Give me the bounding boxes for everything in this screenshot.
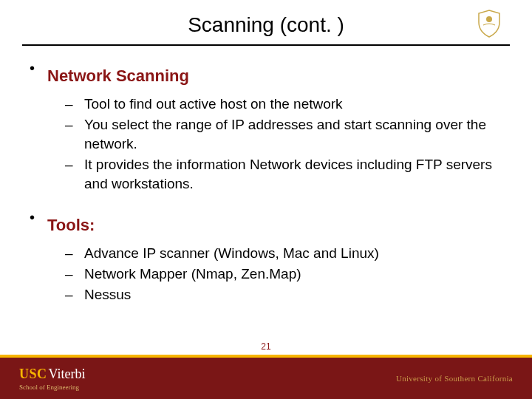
section-heading: Network Scanning — [47, 66, 189, 86]
list-item-text: It provides the information Network devi… — [84, 155, 502, 194]
page-number: 21 — [261, 341, 270, 352]
section-heading: Tools: — [47, 216, 95, 235]
usc-shield-icon — [476, 9, 502, 41]
list-item: – Tool to find out active host on the ne… — [65, 95, 502, 114]
list-item: – Advance IP scanner (Windows, Mac and L… — [65, 244, 502, 263]
dash-icon: – — [65, 285, 77, 304]
dash-icon: – — [65, 95, 77, 114]
list-item-text: You select the range of IP addresses and… — [84, 115, 502, 154]
list-item: – It provides the information Network de… — [65, 155, 502, 194]
university-name: University of Southern California — [396, 374, 513, 383]
list-item-text: Advance IP scanner (Windows, Mac and Lin… — [84, 244, 379, 263]
viterbi-wordmark: Viterbi — [49, 366, 86, 382]
list-item: – Network Mapper (Nmap, Zen.Map) — [65, 265, 502, 284]
svg-point-0 — [486, 16, 492, 22]
footer-bar: USC Viterbi School of Engineering Univer… — [0, 358, 532, 399]
sub-list: – Advance IP scanner (Windows, Mac and L… — [65, 244, 502, 304]
bullet-icon: • — [30, 207, 40, 228]
slide-title: Scanning (cont. ) — [188, 13, 344, 37]
section-bullet: • Network Scanning — [30, 58, 502, 92]
list-item-text: Network Mapper (Nmap, Zen.Map) — [84, 265, 301, 284]
slide-content: • Network Scanning – Tool to find out ac… — [0, 46, 532, 304]
dash-icon: – — [65, 265, 77, 284]
list-item: – You select the range of IP addresses a… — [65, 115, 502, 154]
usc-wordmark: USC — [19, 366, 47, 382]
dash-icon: – — [65, 244, 77, 263]
section-bullet: • Tools: — [30, 207, 502, 241]
dash-icon: – — [65, 155, 77, 174]
list-item-text: Tool to find out active host on the netw… — [84, 95, 343, 114]
bullet-icon: • — [30, 58, 40, 78]
title-bar: Scanning (cont. ) — [0, 0, 532, 44]
list-item: – Nessus — [65, 285, 502, 304]
sub-list: – Tool to find out active host on the ne… — [65, 95, 502, 194]
dash-icon: – — [65, 115, 77, 134]
school-name: School of Engineering — [19, 383, 85, 391]
slide-footer: 21 USC Viterbi School of Engineering Uni… — [0, 355, 532, 399]
list-item-text: Nessus — [84, 285, 131, 304]
usc-viterbi-logo: USC Viterbi School of Engineering — [19, 366, 85, 391]
